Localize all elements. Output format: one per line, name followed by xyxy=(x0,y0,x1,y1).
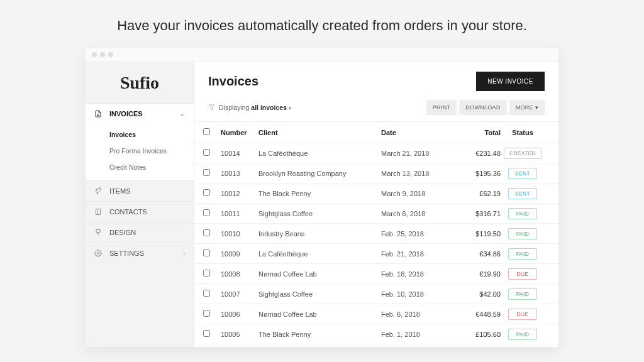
cell-status: PAID xyxy=(501,329,545,340)
main-panel: Invoices NEW INVOICE Displaying all invo… xyxy=(194,62,558,347)
chevron-down-icon: ▾ xyxy=(289,106,291,111)
status-badge: CREATED xyxy=(504,148,541,159)
cell-total: €19.90 xyxy=(450,270,501,278)
more-button[interactable]: MORE ▾ xyxy=(509,100,545,115)
table-row[interactable]: 10008Nømad Coffee LabFeb. 18, 2018€19.90… xyxy=(194,264,558,284)
sidebar-item-contacts[interactable]: CONTACTS xyxy=(86,201,194,222)
table-row[interactable]: 10014La CaféothèqueMarch 21, 2018€231.48… xyxy=(194,143,558,163)
col-total: Total xyxy=(450,129,501,136)
svg-rect-5 xyxy=(96,230,100,233)
col-client: Client xyxy=(258,129,381,136)
cell-status: CREATED xyxy=(501,148,545,159)
table-row[interactable]: 10011Sightglass CoffeeMarch 6, 2018$316.… xyxy=(194,204,558,224)
sidebar-item-label: CONTACTS xyxy=(109,208,147,216)
cell-number: 10010 xyxy=(221,230,258,238)
status-badge: PAID xyxy=(508,288,537,300)
toolbar: Displaying all invoices▾ PRINTDOWNLOADMO… xyxy=(194,100,558,122)
col-number: Number xyxy=(221,129,258,136)
filter-icon xyxy=(208,104,215,112)
row-checkbox[interactable] xyxy=(203,310,210,317)
cell-client: Nømad Coffee Lab xyxy=(258,310,381,318)
svg-point-7 xyxy=(97,253,99,255)
col-date: Date xyxy=(381,129,450,136)
cell-date: Feb. 1, 2018 xyxy=(381,331,450,338)
row-checkbox[interactable] xyxy=(203,330,210,337)
cell-client: La Caféothèque xyxy=(258,250,381,258)
cell-status: DUE xyxy=(501,268,545,280)
brush-icon xyxy=(94,229,104,236)
cell-number: 10014 xyxy=(221,150,258,157)
cell-date: March 21, 2018 xyxy=(381,150,450,157)
row-checkbox[interactable] xyxy=(203,149,210,156)
svg-marker-8 xyxy=(209,104,214,109)
table-row[interactable]: 10013Brooklyn Roasting CompanyMarch 13, … xyxy=(194,163,558,184)
table-row[interactable]: 10012The Black PennyMarch 9, 2018£62.19S… xyxy=(194,184,558,204)
cell-client: Nømad Coffee Lab xyxy=(258,270,381,278)
sidebar-sub-item[interactable]: Credit Notes xyxy=(86,159,194,175)
cell-number: 10013 xyxy=(221,170,258,177)
cell-status: PAID xyxy=(501,288,545,300)
sidebar-item-label: ITEMS xyxy=(109,187,131,195)
filter-prefix: Displaying xyxy=(219,104,251,111)
row-checkbox[interactable] xyxy=(203,270,210,277)
sidebar-sub-item[interactable]: Invoices xyxy=(86,126,194,143)
status-badge: DUE xyxy=(508,309,537,320)
gear-icon xyxy=(94,250,104,257)
sidebar-item-design[interactable]: DESIGN xyxy=(86,222,194,243)
hero-headline: Have your invoices automatically created… xyxy=(0,0,644,48)
cell-total: $195.36 xyxy=(450,170,501,177)
cell-date: Feb. 25, 2018 xyxy=(381,230,450,238)
tag-icon xyxy=(94,187,104,195)
sidebar-subnav: InvoicesPro Forma InvoicesCredit Notes xyxy=(86,124,194,180)
page-title: Invoices xyxy=(208,74,258,89)
cell-client: Brooklyn Roasting Company xyxy=(258,170,381,177)
sidebar-item-settings[interactable]: SETTINGS› xyxy=(86,243,194,263)
row-checkbox[interactable] xyxy=(203,209,210,216)
cell-status: DUE xyxy=(501,309,545,320)
status-badge: PAID xyxy=(508,329,537,340)
brand-logo: Sufio xyxy=(86,62,194,103)
cell-total: $316.71 xyxy=(450,210,501,217)
document-icon xyxy=(94,110,104,118)
window-titlebar xyxy=(86,48,558,62)
cell-number: 10005 xyxy=(221,331,258,338)
table-row[interactable]: 10007Sightglass CoffeeFeb. 10, 2018$42.0… xyxy=(194,284,558,304)
traffic-light-max[interactable] xyxy=(108,52,113,57)
table-row[interactable]: 10009La CaféothèqueFeb. 21, 2018€34.86PA… xyxy=(194,244,558,264)
row-checkbox[interactable] xyxy=(203,169,210,176)
cell-date: Feb. 21, 2018 xyxy=(381,250,450,258)
printbutton[interactable]: PRINT xyxy=(426,100,457,115)
table-header: Number Client Date Total Status xyxy=(194,122,558,143)
table-row[interactable]: 10010Industry BeansFeb. 25, 2018$119.50P… xyxy=(194,224,558,244)
new-invoice-button[interactable]: NEW INVOICE xyxy=(476,72,545,91)
row-checkbox[interactable] xyxy=(203,229,210,236)
sidebar-item-invoices[interactable]: INVOICES⌄ xyxy=(86,103,194,124)
cell-number: 10012 xyxy=(221,190,258,197)
cell-client: La Caféothèque xyxy=(258,150,381,157)
sidebar-sub-item[interactable]: Pro Forma Invoices xyxy=(86,143,194,159)
cell-client: Sightglass Coffee xyxy=(258,210,381,217)
cell-number: 10011 xyxy=(221,210,258,217)
traffic-light-min[interactable] xyxy=(100,52,105,57)
filter-dropdown[interactable]: Displaying all invoices▾ xyxy=(219,104,291,111)
status-badge: SENT xyxy=(508,168,537,179)
cell-status: PAID xyxy=(501,208,545,219)
select-all-checkbox[interactable] xyxy=(203,128,210,135)
cell-status: PAID xyxy=(501,228,545,239)
svg-rect-3 xyxy=(96,209,101,215)
cell-client: Sightglass Coffee xyxy=(258,290,381,298)
cell-total: €231.48 xyxy=(450,150,501,157)
sidebar-item-items[interactable]: ITEMS xyxy=(86,180,194,201)
sidebar: Sufio INVOICES⌄InvoicesPro Forma Invoice… xyxy=(86,62,194,347)
table-row[interactable]: 10005The Black PennyFeb. 1, 2018£105.60P… xyxy=(194,324,558,344)
cell-client: The Black Penny xyxy=(258,190,381,197)
downloadbutton[interactable]: DOWNLOAD xyxy=(459,100,506,115)
row-checkbox[interactable] xyxy=(203,290,210,297)
row-checkbox[interactable] xyxy=(203,189,210,196)
cell-status: PAID xyxy=(501,248,545,260)
col-status: Status xyxy=(501,129,545,136)
traffic-light-close[interactable] xyxy=(92,52,97,57)
cell-number: 10006 xyxy=(221,310,258,318)
row-checkbox[interactable] xyxy=(203,250,210,256)
table-row[interactable]: 10006Nømad Coffee LabFeb. 6, 2018€448.59… xyxy=(194,304,558,324)
